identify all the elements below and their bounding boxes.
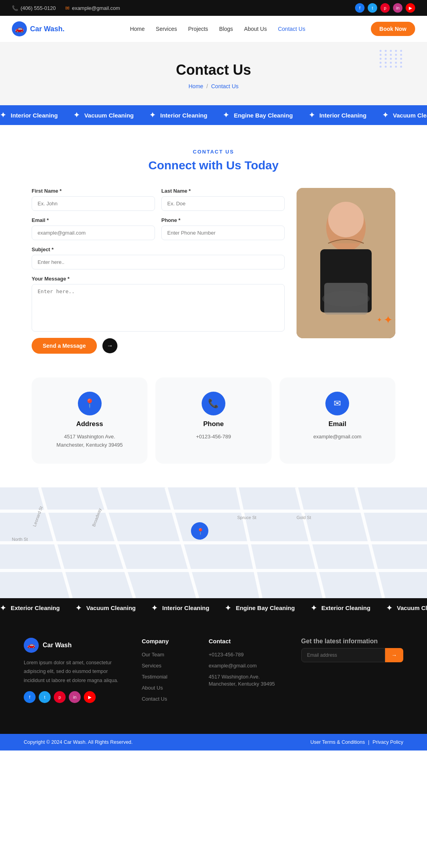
first-name-input[interactable] [32,196,155,211]
last-name-label: Last Name * [161,188,285,194]
email-info: ✉ example@gmail.com [65,5,120,11]
map-section: Leonard St Broadway Spruce St Gold St No… [0,487,427,598]
footer-facebook-icon[interactable]: f [24,691,36,703]
ticker-item: ✦ Engine Bay Cleaning [223,111,293,119]
twitter-icon[interactable]: t [368,3,377,13]
ticker-inner-1: ✦ Interior Cleaning ✦ Vacuum Cleaning ✦ … [0,111,427,119]
phone-icon: 📞 [12,5,18,11]
footer-email[interactable]: example@gmail.com [209,663,257,669]
nav-about[interactable]: About Us [244,26,267,32]
email-label: Email * [32,217,155,223]
contact-image-col: ✦ ✦ ✦ [297,188,395,338]
nav-contact[interactable]: Contact Us [278,26,305,32]
ticker-bar-1: ✦ Interior Cleaning ✦ Vacuum Cleaning ✦ … [0,105,427,125]
ticker-item: ✦ Interior Cleaning [309,111,367,119]
youtube-icon[interactable]: ▶ [406,3,415,13]
list-item: Services [142,662,193,669]
map-background: Leonard St Broadway Spruce St Gold St No… [0,487,427,598]
svg-text:Gold St: Gold St [297,515,311,520]
first-name-group: First Name * [32,188,155,211]
newsletter-submit-button[interactable]: → [385,648,403,662]
privacy-link[interactable]: Privacy Policy [372,739,403,745]
ticker-inner-2: ✦ Exterior Cleaning ✦ Vacuum Cleaning ✦ … [0,604,427,612]
footer-twitter-icon[interactable]: t [39,691,51,703]
phone-input[interactable] [161,226,285,240]
svg-text:North St: North St [12,537,28,542]
form-actions: Send a Message → [32,338,285,354]
phone-label: Phone * [161,217,285,223]
pinterest-icon[interactable]: p [380,3,390,13]
nav-services[interactable]: Services [156,26,177,32]
svg-point-3 [328,202,364,237]
footer-description: Lorem ipsum dolor sit amet, consectetur … [24,658,126,685]
facebook-icon[interactable]: f [355,3,365,13]
nav-home[interactable]: Home [130,26,145,32]
top-bar: 📞 (406) 555-0120 ✉ example@gmail.com f t… [0,0,427,16]
company-col-heading: Company [142,638,193,644]
logo: 🚗 Car Wash. [12,21,64,36]
breadcrumb: Home / Contact Us [8,83,419,89]
ticker-item: ✦ Exterior Cleaning [311,604,370,612]
footer: 🚗 Car Wash Lorem ipsum dolor sit amet, c… [0,618,427,734]
breadcrumb-current[interactable]: Contact Us [211,83,238,89]
email-icon: ✉ [65,5,70,11]
subject-label: Subject * [32,246,285,252]
email-input[interactable] [32,226,155,240]
breadcrumb-home[interactable]: Home [189,83,203,89]
testimonial-link[interactable]: Testimonial [142,674,167,680]
first-name-label: First Name * [32,188,155,194]
svg-text:Spruce St: Spruce St [237,515,256,520]
company-links: Our Team Services Testimonial About Us C… [142,651,193,702]
dots-decoration [380,50,403,68]
contact-col-heading: Contact [209,638,285,644]
footer-pinterest-icon[interactable]: p [54,691,66,703]
terms-link[interactable]: User Terms & Conditions [310,739,365,745]
footer-social-icons: f t p in ▶ [24,691,126,703]
svg-point-5 [322,291,370,307]
last-name-input[interactable] [161,196,285,211]
newsletter-form: → [301,648,403,662]
contact-link[interactable]: Contact Us [142,696,167,702]
subject-input[interactable] [32,255,285,269]
page-title: Contact Us [8,62,419,78]
footer-newsletter: Get the latest information → [301,638,403,706]
footer-phone[interactable]: +0123-456-789 [209,652,244,658]
footer-contact-col: Contact +0123-456-789 example@gmail.com … [209,638,285,706]
list-item: Contact Us [142,695,193,702]
bottom-bar-links: User Terms & Conditions | Privacy Policy [310,739,403,745]
list-item: Testimonial [142,673,193,680]
contact-section: CONTACT US Connect with Us Today First N… [0,125,427,377]
section-title: Connect with Us Today [32,159,395,172]
social-icons-top: f t p in ▶ [355,3,415,13]
footer-instagram-icon[interactable]: in [69,691,81,703]
ticker-item: ✦ Vacuum Cleaning [386,604,427,612]
book-now-button[interactable]: Book Now [371,22,415,36]
footer-address[interactable]: 4517 Washington Ave. Manchester, Kentuck… [209,674,275,687]
ticker-item: ✦ Vacuum Cleaning [382,111,427,119]
send-arrow-button[interactable]: → [102,338,117,353]
logo-text: Car Wash. [30,25,64,33]
nav-projects[interactable]: Projects [188,26,208,32]
newsletter-email-input[interactable] [301,648,385,662]
contact-info-list: +0123-456-789 example@gmail.com 4517 Was… [209,651,285,687]
phone-card-icon: 📞 [202,392,225,415]
instagram-icon[interactable]: in [393,3,402,13]
email-card-detail: example@gmail.com [314,433,362,441]
footer-company-col: Company Our Team Services Testimonial Ab… [142,638,193,706]
ticker-item: ✦ Exterior Cleaning [0,604,60,612]
about-link[interactable]: About Us [142,685,162,691]
nav-blogs[interactable]: Blogs [219,26,233,32]
services-link[interactable]: Services [142,663,161,669]
map-pin-group: 📍 [191,522,208,540]
address-card: 📍 Address 4517 Washington Ave. Mancheste… [32,377,147,464]
navbar: 🚗 Car Wash. Home Services Projects Blogs… [0,16,427,42]
our-team-link[interactable]: Our Team [142,652,164,658]
footer-youtube-icon[interactable]: ▶ [84,691,96,703]
subject-group: Subject * [32,246,285,269]
send-message-button[interactable]: Send a Message [32,338,97,354]
address-detail: 4517 Washington Ave. Manchester, Kentuck… [57,433,123,449]
phone-card-title: Phone [203,420,224,428]
phone-group: Phone * [161,217,285,240]
message-input[interactable] [32,284,285,332]
last-name-group: Last Name * [161,188,285,211]
